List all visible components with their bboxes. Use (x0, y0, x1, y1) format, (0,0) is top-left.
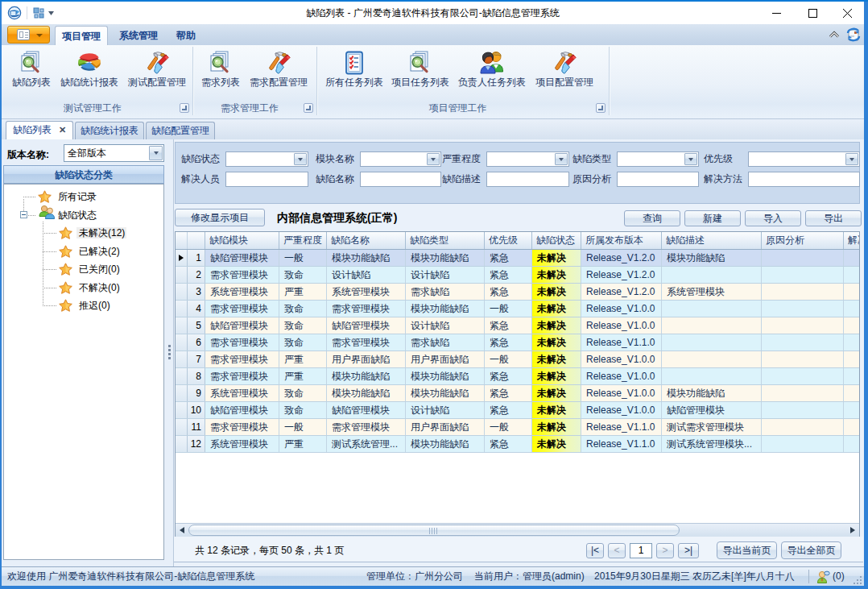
grid-cell[interactable]: Release_V1.0.0 (581, 317, 662, 334)
grid-cell[interactable]: 严重 (279, 284, 327, 300)
ribbon-tab-system[interactable]: 系统管理 (114, 26, 163, 45)
grid-cell[interactable]: 模块功能缺陷 (406, 250, 485, 266)
ribbon-button-测试配置管理[interactable]: 测试配置管理 (124, 47, 190, 102)
grid-cell[interactable]: 未解决 (532, 267, 581, 283)
scroll-right-icon[interactable] (846, 524, 859, 537)
grid-cell[interactable] (762, 368, 844, 384)
grid-cell[interactable]: 缺陷管理模块 (205, 402, 279, 418)
filter-input-解决人员[interactable] (225, 172, 308, 187)
grid-cell[interactable] (662, 351, 762, 367)
grid-cell[interactable]: 紧急 (485, 250, 532, 266)
tree-item-不解决(0)[interactable]: 不解决(0) (76, 280, 122, 296)
grid-cell[interactable]: 需求管理模块 (205, 334, 279, 350)
grid-cell[interactable] (762, 351, 844, 367)
tree-item-推迟(0)[interactable]: 推迟(0) (76, 298, 112, 313)
grid-cell[interactable] (844, 250, 859, 266)
ribbon-button-所有任务列表[interactable]: 所有任务列表 (322, 47, 386, 102)
grid-column-header-缺陷状态[interactable]: 缺陷状态 (532, 232, 581, 249)
grid-cell[interactable] (762, 267, 844, 283)
application-menu-button[interactable] (7, 26, 50, 44)
export-all-pages-button[interactable]: 导出全部页 (781, 541, 841, 559)
ribbon-button-需求配置管理[interactable]: 需求配置管理 (244, 47, 313, 102)
grid-cell[interactable]: 紧急 (485, 317, 532, 334)
switch-windows-icon[interactable] (845, 27, 862, 43)
grid-row-9[interactable]: 9系统管理模块致命模块功能缺陷模块功能缺陷紧急未解决Release_V1.0.0… (176, 385, 859, 402)
grid-cell[interactable] (762, 419, 844, 435)
grid-cell[interactable]: 模块功能缺陷 (327, 368, 406, 384)
grid-cell[interactable]: Release_V1.0.0 (581, 351, 662, 367)
dropdown-arrow-icon[interactable] (294, 153, 307, 165)
document-tab-缺陷列表[interactable]: 缺陷列表✕ (6, 121, 73, 139)
grid-cell[interactable]: 紧急 (485, 368, 532, 384)
grid-row-8[interactable]: 8需求管理模块严重模块功能缺陷模块功能缺陷紧急未解决Release_V1.0.0 (176, 368, 859, 385)
grid-cell[interactable]: 未解决 (532, 351, 581, 367)
dropdown-arrow-icon[interactable] (684, 153, 697, 165)
grid-cell[interactable]: 一般 (279, 250, 327, 266)
collapse-ribbon-icon[interactable] (828, 29, 841, 40)
grid-cell[interactable] (762, 250, 844, 266)
grid-row-6[interactable]: 6需求管理模块致命需求管理模块需求缺陷紧急未解决Release_V1.1.0 (176, 334, 859, 351)
grid-cell[interactable]: 致命 (279, 385, 327, 401)
tree-item-未解决(12)[interactable]: 未解决(12) (76, 226, 126, 241)
grid-cell[interactable] (762, 284, 844, 300)
grid-cell[interactable] (844, 284, 859, 300)
grid-cell[interactable] (844, 385, 859, 401)
grid-column-header-所属发布版本[interactable]: 所属发布版本 (581, 232, 662, 249)
new-button[interactable]: 新建 (684, 210, 741, 226)
grid-cell[interactable] (762, 334, 844, 350)
tree-item-已解决(2)[interactable]: 已解决(2) (76, 244, 122, 259)
grid-cell[interactable]: 设计缺陷 (327, 267, 406, 283)
grid-cell[interactable]: 严重 (279, 436, 327, 452)
grid-cell[interactable] (844, 368, 859, 384)
grid-column-header-优先级[interactable]: 优先级 (485, 232, 532, 249)
grid-cell[interactable]: 用户界面缺陷 (406, 351, 485, 367)
grid-column-header-原因分析[interactable]: 原因分析 (762, 232, 844, 249)
grid-column-header-严重程度[interactable]: 严重程度 (279, 232, 327, 249)
grid-cell[interactable] (662, 334, 762, 350)
grid-cell[interactable]: 一般 (485, 301, 532, 317)
grid-cell[interactable]: 模块功能缺陷 (662, 250, 762, 266)
query-button[interactable]: 查询 (624, 210, 680, 226)
grid-row-1[interactable]: 1缺陷管理模块一般模块功能缺陷模块功能缺陷紧急未解决Release_V1.2.0… (176, 250, 859, 267)
scroll-left-icon[interactable] (176, 524, 188, 537)
filter-combo-缺陷类型[interactable] (617, 151, 699, 167)
grid-cell[interactable] (844, 436, 859, 452)
grid-cell[interactable]: 需求缺陷 (406, 284, 485, 300)
grid-cell[interactable]: 需求管理模块 (205, 419, 279, 435)
grid-cell[interactable]: 未解决 (532, 284, 581, 300)
grid-row-7[interactable]: 7需求管理模块严重用户界面缺陷用户界面缺陷一般未解决Release_V1.0.0 (176, 351, 859, 368)
grid-cell[interactable]: 紧急 (485, 334, 532, 350)
close-button[interactable] (829, 2, 865, 24)
splitter-handle[interactable] (166, 139, 173, 566)
grid-cell[interactable]: 模块功能缺陷 (406, 368, 485, 384)
ribbon-button-负责人任务列表[interactable]: 负责人任务列表 (454, 47, 530, 102)
grid-cell[interactable]: 用户界面缺陷 (406, 419, 485, 435)
grid-cell[interactable]: Release_V1.0.0 (581, 385, 662, 401)
grid-cell[interactable] (844, 317, 859, 334)
grid-cell[interactable] (844, 334, 859, 350)
dropdown-arrow-icon[interactable] (427, 153, 440, 165)
grid-cell[interactable]: 需求管理模块 (327, 334, 406, 350)
filter-combo-严重程度[interactable] (486, 151, 569, 167)
minimize-button[interactable] (758, 2, 794, 24)
filter-combo-优先级[interactable] (748, 151, 860, 167)
grid-cell[interactable]: 致命 (279, 334, 327, 350)
grid-cell[interactable]: 严重 (279, 351, 327, 367)
grid-cell[interactable]: 模块功能缺陷 (406, 301, 485, 317)
grid-column-header-缺陷类型[interactable]: 缺陷类型 (406, 232, 485, 249)
grid-cell[interactable]: 致命 (279, 317, 327, 334)
group-dialog-launcher-icon[interactable] (304, 103, 313, 113)
ribbon-button-缺陷列表[interactable]: 缺陷列表 (8, 47, 55, 102)
grid-cell[interactable]: 需求管理模块 (205, 301, 279, 317)
grid-cell[interactable]: 一般 (279, 419, 327, 435)
grid-cell[interactable]: 紧急 (485, 402, 532, 418)
scrollbar-thumb[interactable] (188, 525, 680, 536)
grid-cell[interactable]: Release_V1.2.0 (581, 267, 662, 283)
group-dialog-launcher-icon[interactable] (596, 103, 606, 113)
export-button[interactable]: 导出 (805, 210, 862, 226)
grid-cell[interactable]: 系统管理模块 (205, 284, 279, 300)
grid-cell[interactable]: 未解决 (532, 368, 581, 384)
filter-combo-模块名称[interactable] (360, 151, 441, 167)
grid-cell[interactable]: 未解决 (532, 250, 581, 266)
grid-cell[interactable]: 需求管理模块 (205, 368, 279, 384)
